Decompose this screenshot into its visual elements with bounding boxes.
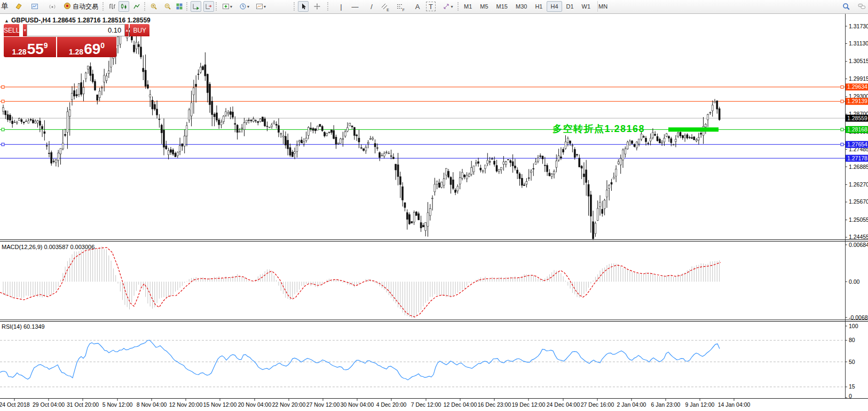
time-tick-label: 31 Oct 20:00 [67,401,99,408]
crosshair-button[interactable] [312,1,322,12]
volume-input[interactable] [27,24,125,36]
templates-button[interactable]: ▾ [254,1,268,12]
candle-body [236,125,238,133]
vertical-line-tool-button[interactable]: | [336,1,346,12]
line-handle[interactable] [841,143,843,146]
tile-windows-button[interactable] [174,1,185,12]
line-handle[interactable] [841,100,843,103]
candle-body [12,121,13,123]
autotrading-button[interactable]: 自动交易 [62,1,100,12]
text-label-tool-button[interactable]: T [426,2,436,11]
timeframe-button-h1[interactable]: H1 [531,1,546,12]
line-handle[interactable] [2,100,4,103]
sell-button[interactable]: SELL [4,24,19,36]
candle-body [716,101,718,109]
candle-body [101,88,102,88]
price-badge-label: 1.28168 [847,126,867,133]
toolbar-grip[interactable] [186,2,189,11]
buy-button[interactable]: BUY [130,24,149,36]
candle-body [333,130,335,138]
zoom-in-button[interactable] [148,1,159,12]
chart-shift-button[interactable] [203,1,214,12]
candle-body [563,149,564,152]
candle-body [521,178,523,185]
time-axis[interactable]: 24 Oct 201829 Oct 04:0031 Oct 20:005 Nov… [0,399,751,408]
candle-body [567,138,569,143]
candle-body [262,117,263,122]
toolbar-grip[interactable] [102,2,105,11]
timeframe-button-w1[interactable]: W1 [578,1,595,12]
rsi-axis-label: 15 [849,383,855,390]
candle-body [436,181,438,184]
candle-body [291,152,293,157]
bar-chart-button[interactable] [107,1,117,12]
volume-decrease-button[interactable]: ▼ [23,24,27,36]
candle-body [512,161,514,166]
highlight-bar[interactable] [668,127,719,131]
chat-button[interactable] [856,1,867,12]
line-handle[interactable] [2,143,4,146]
arrows-icon [443,3,450,10]
toolbar-grip[interactable] [144,2,147,11]
candle-body [26,121,27,122]
line-handle[interactable] [2,128,4,131]
timeframe-button-m15[interactable]: M15 [493,1,511,12]
zoom-out-button[interactable] [162,1,173,12]
timeframe-button-m5[interactable]: M5 [476,1,492,12]
macd-values: 0.003587 0.003006 [44,244,94,250]
new-order-button[interactable] [13,1,24,12]
timeframe-button-m1[interactable]: M1 [460,1,476,12]
candle-body [92,74,93,82]
trendline-tool-button[interactable]: / [366,1,377,12]
candle-body [184,136,185,146]
candle-body [705,124,706,127]
timeframe-button-h4[interactable]: H4 [547,1,562,12]
cursor-button[interactable] [298,1,309,12]
volume-increase-button[interactable]: ▲ [125,24,129,36]
sell-price-big: 55 [27,43,44,56]
time-tick-label: 8 Nov 04:00 [137,401,167,408]
toolbar-grip[interactable] [216,2,218,11]
arrows-tool-button[interactable]: ▾ [440,1,456,12]
line-handle[interactable] [841,128,843,131]
price-tick-label: 1.25055 [849,216,868,223]
candle-body [28,121,29,123]
cursor-arrow-icon [299,3,307,10]
search-button[interactable] [841,1,851,12]
horizontal-line-tool-button[interactable]: — [350,1,360,12]
pivot-annotation[interactable]: 多空转折点1.28168 [553,122,645,135]
buy-price-display[interactable]: 1.28690 [57,37,116,57]
candle-body [280,134,282,134]
candle-body [317,126,319,130]
candle-body [627,142,628,149]
toolbar-grip[interactable] [294,2,296,11]
line-chart-button[interactable] [131,1,142,12]
line-handle[interactable] [841,86,843,88]
candle-body [556,161,557,167]
indicators-button[interactable]: ▾ [220,1,234,12]
fibonacci-tool-button[interactable]: F [394,1,405,12]
line-handle[interactable] [2,86,4,88]
candle-body [177,152,178,156]
sell-price-display[interactable]: 1.28559 [4,37,56,57]
chart-profile-button[interactable] [29,1,40,12]
text-tool-button[interactable]: A [412,1,423,12]
candle-body [356,135,358,136]
signal-button[interactable] [47,1,58,12]
collapse-marker-icon[interactable]: ▲ [4,18,9,24]
candle-body [287,140,289,149]
channel-tool-button[interactable]: E [379,1,390,12]
price-tick-label: 1.26885 [849,164,868,170]
toolbar-grip[interactable] [327,2,330,11]
chevron-down-icon: ▾ [451,4,453,9]
timeframe-button-d1[interactable]: D1 [563,1,578,12]
chart-canvas[interactable]: 1.317301.311301.305151.299151.293001.287… [0,13,868,411]
timeframe-button-m30[interactable]: M30 [512,1,531,12]
candle-body [163,130,165,147]
periods-button[interactable]: ▾ [237,1,251,12]
menu-fragment[interactable]: 单 [1,2,9,11]
auto-scroll-button[interactable] [191,1,201,12]
candlestick-chart-button[interactable] [119,1,129,12]
candle-body [645,138,647,142]
candle-body [55,160,57,162]
